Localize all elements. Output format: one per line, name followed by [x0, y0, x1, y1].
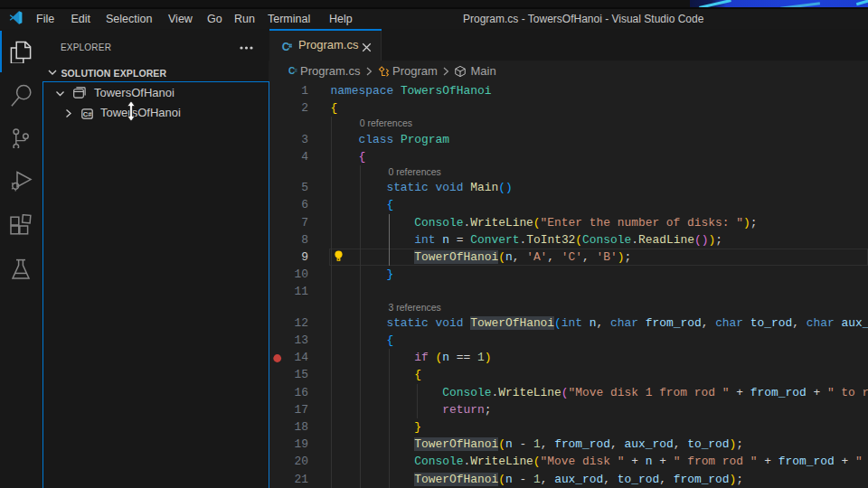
svg-text:C#: C#	[82, 109, 91, 117]
svg-text:C: C	[282, 41, 290, 52]
svg-text:C: C	[288, 66, 295, 76]
